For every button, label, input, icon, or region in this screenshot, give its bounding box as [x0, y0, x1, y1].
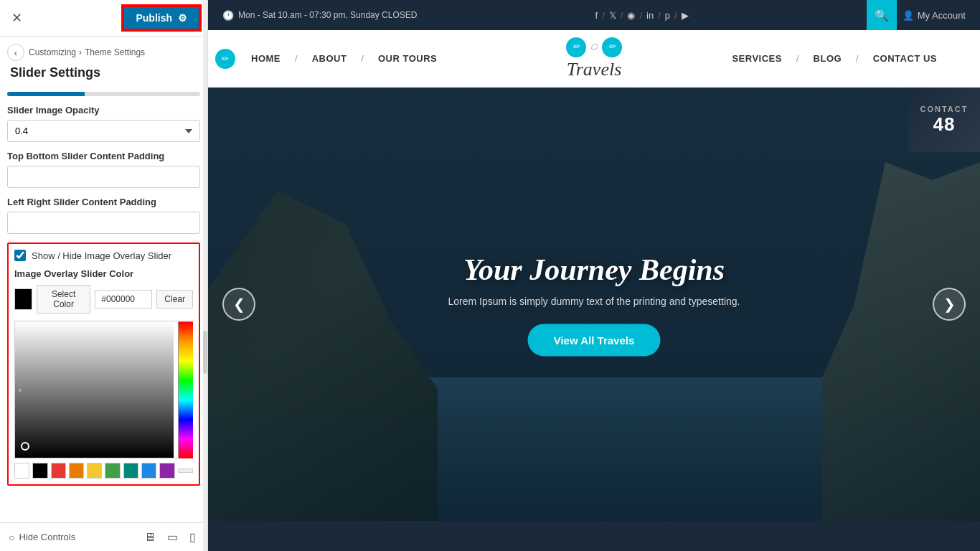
- swatch-teal[interactable]: [123, 463, 138, 479]
- swatch-white[interactable]: [14, 463, 29, 479]
- person-icon: 👤: [903, 10, 914, 21]
- gear-icon: ⚙: [178, 12, 187, 24]
- panel-title: Slider Settings: [0, 64, 207, 86]
- color-swatches-row: [14, 463, 193, 479]
- instagram-icon[interactable]: ◉: [627, 10, 635, 21]
- pinterest-icon[interactable]: p: [665, 10, 670, 21]
- color-picker-row: Select Color Clear: [14, 285, 193, 314]
- nav-blog[interactable]: BLOG: [814, 53, 842, 64]
- publish-label: Publish: [136, 12, 172, 24]
- hex-input[interactable]: [95, 290, 152, 309]
- hero-cta-button[interactable]: View All Travels: [528, 324, 661, 357]
- phone-icon-button[interactable]: ▯: [187, 529, 199, 545]
- topbar-right: 🔍 👤 My Account: [867, 0, 966, 30]
- color-picker-canvas[interactable]: ›: [14, 321, 193, 458]
- overlay-section: Show / Hide Image Overlay Slider Image O…: [7, 242, 200, 486]
- logo-text: Travels: [567, 59, 622, 80]
- nav-logo: ✏ ⬡ ✏ Travels: [566, 37, 622, 80]
- nav-links-right: SERVICES / BLOG / CONTACT US: [732, 53, 937, 64]
- my-account-label: My Account: [918, 10, 966, 21]
- scroll-indicator: [203, 0, 207, 551]
- nav-our-tours[interactable]: OUR TOURS: [378, 53, 437, 64]
- swatch-blue[interactable]: [141, 463, 156, 479]
- left-right-input[interactable]: [7, 212, 200, 234]
- contact-number: 48: [933, 113, 956, 136]
- breadcrumb: Customizing › Theme Settings: [29, 47, 145, 57]
- top-bottom-label: Top Bottom Slider Content Padding: [7, 151, 200, 161]
- picker-indicator: [21, 442, 29, 451]
- search-button[interactable]: 🔍: [867, 0, 897, 30]
- edit-nav-left-icon[interactable]: ✏: [215, 49, 235, 69]
- panel-header: ✕ Publish ⚙: [0, 0, 207, 37]
- hero-arrow-right[interactable]: ❯: [933, 288, 966, 321]
- customizer-panel: ✕ Publish ⚙ ‹ Customizing › Theme Settin…: [0, 0, 208, 551]
- site-navbar: ✏ Home / ABOUT / OUR TOURS ✏ ⬡ ✏ Travels…: [208, 30, 980, 88]
- hero-arrow-left[interactable]: ❮: [222, 288, 255, 321]
- top-bottom-input[interactable]: [7, 166, 200, 188]
- swatch-orange[interactable]: [69, 463, 84, 479]
- left-arrow-icon: ❮: [233, 296, 245, 313]
- topbar-left: 🕐 Mon - Sat 10.am - 07:30 pm, Sunday CLO…: [222, 10, 417, 21]
- panel-content: Slider Image Opacity 0.4 Top Bottom Slid…: [0, 86, 207, 522]
- swatch-red[interactable]: [51, 463, 66, 479]
- nav-services[interactable]: SERVICES: [732, 53, 782, 64]
- picker-arrow-left[interactable]: ›: [15, 385, 25, 395]
- hours-text: Mon - Sat 10.am - 07:30 pm, Sunday CLOSE…: [238, 10, 417, 20]
- hero-subtitle: Lorem Ipsum is simply dummy text of the …: [448, 296, 740, 307]
- close-button[interactable]: ✕: [7, 9, 27, 27]
- nav-home[interactable]: Home: [251, 53, 281, 64]
- nav-links-left: Home / ABOUT / OUR TOURS: [251, 53, 437, 64]
- nav-contact-us[interactable]: CONTACT US: [873, 53, 937, 64]
- select-color-button[interactable]: Select Color: [37, 285, 90, 314]
- hue-bar[interactable]: [178, 321, 192, 458]
- color-section-label: Image Overlay Slider Color: [14, 268, 193, 279]
- my-account-link[interactable]: 👤 My Account: [903, 10, 966, 21]
- desktop-icon-button[interactable]: 🖥: [141, 529, 159, 545]
- edit-logo-icon[interactable]: ✏: [566, 37, 586, 57]
- site-hero: CONTACT 48 ❮ Your Journey Begins Lorem I…: [208, 88, 980, 521]
- left-right-label: Left Right Slider Content Padding: [7, 197, 200, 207]
- show-hide-row: Show / Hide Image Overlay Slider: [14, 250, 193, 261]
- swatch-green[interactable]: [105, 463, 120, 479]
- twitter-icon[interactable]: 𝕏: [609, 10, 616, 21]
- hide-controls-button[interactable]: ○ Hide Controls: [9, 532, 75, 543]
- hero-content: Your Journey Begins Lorem Ipsum is simpl…: [448, 253, 740, 357]
- hue-bar-inner: [179, 322, 193, 458]
- publish-button[interactable]: Publish ⚙: [123, 6, 200, 30]
- site-preview: 🕐 Mon - Sat 10.am - 07:30 pm, Sunday CLO…: [208, 0, 980, 551]
- hero-title: Your Journey Begins: [448, 253, 740, 287]
- breadcrumb-customizing: Customizing: [29, 47, 76, 57]
- show-hide-checkbox[interactable]: [14, 250, 26, 261]
- back-arrow-button[interactable]: ‹: [7, 44, 24, 61]
- tablet-icon-button[interactable]: ▭: [164, 529, 181, 545]
- scroll-thumb[interactable]: [203, 331, 207, 374]
- breadcrumb-separator: ›: [79, 47, 82, 57]
- swatch-yellow[interactable]: [87, 463, 102, 479]
- hue-slider[interactable]: [178, 468, 193, 473]
- linkedin-icon[interactable]: in: [646, 10, 654, 21]
- swatch-black[interactable]: [32, 463, 47, 479]
- clear-button[interactable]: Clear: [156, 290, 193, 309]
- nav-about[interactable]: ABOUT: [312, 53, 347, 64]
- eye-icon: ○: [9, 532, 14, 543]
- opacity-dropdown[interactable]: 0.4: [7, 120, 200, 142]
- panel-footer: ○ Hide Controls 🖥 ▭ ▯: [0, 522, 207, 551]
- contact-badge: CONTACT 48: [908, 88, 980, 152]
- hide-controls-label: Hide Controls: [19, 532, 75, 542]
- color-swatch[interactable]: [14, 288, 32, 310]
- edit-logo-right-icon[interactable]: ✏: [602, 37, 622, 57]
- breadcrumb-theme-settings: Theme Settings: [85, 47, 145, 57]
- close-icon: ✕: [11, 11, 22, 25]
- swatch-purple[interactable]: [159, 463, 174, 479]
- show-hide-label[interactable]: Show / Hide Image Overlay Slider: [32, 250, 171, 261]
- slider-bar[interactable]: [7, 92, 200, 96]
- site-topbar: 🕐 Mon - Sat 10.am - 07:30 pm, Sunday CLO…: [208, 0, 980, 30]
- contact-label: CONTACT: [920, 105, 969, 113]
- facebook-icon[interactable]: f: [595, 10, 598, 21]
- social-icons: f / 𝕏 / ◉ / in / p / ▶: [595, 10, 689, 21]
- gradient-box[interactable]: ›: [15, 321, 174, 458]
- right-arrow-icon: ❯: [943, 296, 956, 313]
- youtube-icon[interactable]: ▶: [682, 10, 689, 21]
- opacity-label: Slider Image Opacity: [7, 105, 200, 116]
- device-icons: 🖥 ▭ ▯: [141, 529, 199, 545]
